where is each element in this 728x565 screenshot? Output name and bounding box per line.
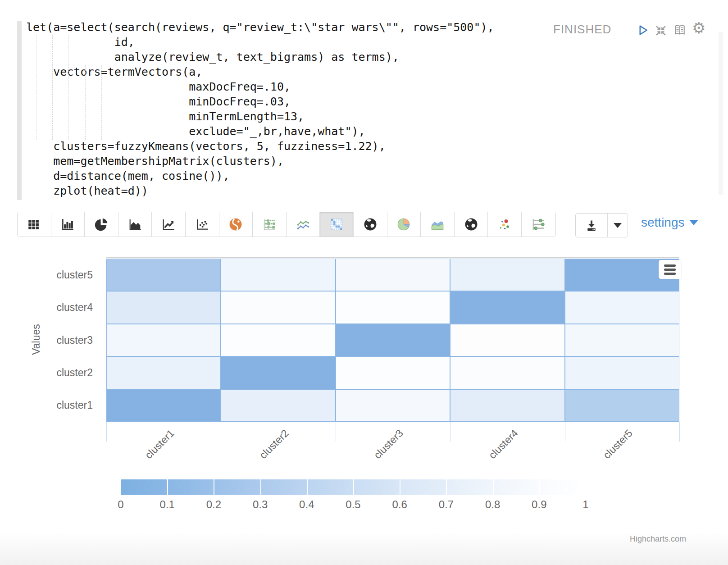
heatmap-cell-cluster4-cluster2[interactable]: [221, 291, 335, 324]
heatmap-cell-cluster4-cluster5[interactable]: [565, 291, 679, 324]
chart-type-heatmap[interactable]: [320, 212, 354, 237]
legend-divider: [167, 479, 168, 495]
heatmap-cell-cluster3-cluster3[interactable]: [336, 324, 450, 356]
heatmap-cell-cluster1-cluster3[interactable]: [336, 389, 450, 422]
settings-toggle[interactable]: settings: [641, 215, 698, 230]
code-line[interactable]: zplot(heat=d)): [26, 183, 494, 198]
globe-orange-icon: [228, 217, 243, 232]
code-line[interactable]: id,: [26, 35, 494, 50]
y-axis-label: cluster4: [43, 291, 93, 324]
indent-guide: [52, 35, 53, 140]
chart-type-area[interactable]: [118, 212, 152, 237]
code-line[interactable]: vectors=termVectors(a,: [26, 64, 494, 79]
settings-label: settings: [641, 215, 685, 230]
heatmap-cell-cluster2-cluster2[interactable]: [221, 356, 335, 389]
legend-divider: [493, 479, 494, 495]
chart-type-table[interactable]: [18, 212, 51, 237]
chevron-down-icon: [614, 223, 622, 228]
settings-gear-button[interactable]: ⚙: [692, 19, 705, 37]
legend-tick: 0.2: [206, 498, 221, 511]
code-line[interactable]: exclude="_,br,have,what"),: [26, 124, 494, 139]
legend-divider: [446, 479, 447, 495]
chart-type-area-colored[interactable]: [421, 212, 455, 237]
heatmap-icon: [329, 217, 344, 232]
heatmap-cell-cluster5-cluster4[interactable]: [450, 259, 564, 291]
globe-dark-icon: [464, 217, 479, 232]
heatmap-cell-cluster2-cluster1[interactable]: [106, 356, 221, 389]
multi-line-chart-icon: [296, 217, 311, 232]
indent-guide: [101, 65, 102, 140]
chart-type-line[interactable]: [152, 212, 186, 237]
code-line[interactable]: mem=getMembershipMatrix(clusters),: [26, 154, 494, 169]
code-line[interactable]: let(a=select(search(reviews, q="review_t…: [26, 20, 494, 35]
heatmap-cell-cluster5-cluster2[interactable]: [221, 259, 335, 291]
heatmap-cell-cluster3-cluster5[interactable]: [565, 324, 679, 356]
code-line[interactable]: maxDocFreq=.10,: [26, 79, 494, 94]
code-line[interactable]: clusters=fuzzyKmeans(vectors, 5, fuzzine…: [26, 139, 494, 154]
heatmap-cell-cluster3-cluster1[interactable]: [106, 324, 221, 356]
collapse-icon: [655, 24, 667, 37]
bubble-grid-icon: [262, 217, 277, 232]
code-editor[interactable]: let(a=select(search(reviews, q="review_t…: [26, 20, 494, 198]
chart-type-scatter-colored[interactable]: [488, 212, 522, 237]
play-icon: [636, 23, 650, 37]
editor-scrollbar[interactable]: [719, 32, 723, 195]
chart-type-pie-colored[interactable]: [387, 212, 421, 237]
pie-colored-icon: [396, 217, 411, 232]
heatmap-cell-cluster1-cluster2[interactable]: [221, 389, 335, 422]
zeppelin-paragraph: let(a=select(search(reviews, q="review_t…: [0, 0, 728, 565]
heatmap-cell-cluster1-cluster5[interactable]: [565, 389, 679, 422]
area-colored-icon: [430, 217, 445, 232]
code-line[interactable]: analyze(review_t, text_bigrams) as terms…: [26, 50, 494, 64]
heatmap-cell-cluster1-cluster4[interactable]: [450, 389, 564, 422]
code-line[interactable]: d=distance(mem, cosine()),: [26, 169, 494, 183]
legend-divider: [400, 479, 400, 495]
heatmap-cell-cluster5-cluster3[interactable]: [336, 259, 450, 291]
code-line[interactable]: minTermLength=13,: [26, 109, 494, 124]
heatmap-cell-cluster2-cluster4[interactable]: [450, 356, 564, 389]
legend-divider: [214, 479, 214, 495]
chart-type-multi-line[interactable]: [287, 212, 320, 237]
chart-type-globe-dark-2[interactable]: [455, 212, 488, 237]
x-axis-label: cluster2: [257, 427, 291, 461]
heatmap-cell-cluster4-cluster1[interactable]: [106, 291, 221, 324]
chart-type-bubble-grid[interactable]: [253, 212, 287, 237]
heatmap-cell-cluster4-cluster4[interactable]: [450, 291, 564, 324]
legend-divider: [539, 479, 540, 495]
indent-guide: [36, 35, 36, 140]
x-axis-label: cluster3: [372, 427, 406, 461]
chart-type-map[interactable]: [219, 212, 253, 237]
y-axis-label: cluster5: [43, 259, 93, 291]
color-axis-legend: [121, 479, 586, 495]
chart-type-pie[interactable]: [85, 212, 118, 237]
globe-dark-icon: [363, 217, 378, 232]
legend-divider: [260, 479, 261, 495]
editor-gutter: [17, 21, 22, 200]
line-chart-icon: [161, 217, 176, 232]
download-options-button[interactable]: [608, 214, 628, 237]
hamburger-icon: [664, 264, 676, 267]
chart-type-globe-dark[interactable]: [354, 212, 387, 237]
chart-type-parallel-coordinates[interactable]: [522, 212, 555, 237]
report-view-button[interactable]: [673, 23, 687, 39]
download-group: [575, 213, 628, 237]
run-button[interactable]: [636, 23, 650, 39]
heatmap-cell-cluster1-cluster1[interactable]: [106, 389, 221, 422]
pie-chart-icon: [94, 217, 109, 232]
x-axis-labels: cluster1cluster2cluster3cluster4cluster5: [106, 427, 679, 477]
heatmap-cell-cluster2-cluster5[interactable]: [565, 356, 679, 389]
heatmap-cell-cluster2-cluster3[interactable]: [336, 356, 450, 389]
paragraph-status: FINISHED: [553, 23, 611, 36]
legend-tick: 0.7: [439, 498, 454, 511]
collapse-button[interactable]: [655, 24, 667, 39]
chart-type-bar[interactable]: [51, 212, 85, 237]
heatmap-cell-cluster3-cluster4[interactable]: [450, 324, 564, 356]
chart-type-scatter[interactable]: [186, 212, 219, 237]
heatmap-cell-cluster3-cluster2[interactable]: [221, 324, 335, 356]
heatmap-cell-cluster4-cluster3[interactable]: [336, 291, 450, 324]
download-button[interactable]: [576, 214, 608, 237]
heatmap-cell-cluster5-cluster1[interactable]: [106, 259, 221, 291]
code-line[interactable]: minDocFreq=.03,: [26, 94, 494, 109]
legend-divider: [307, 479, 308, 495]
chart-context-menu-button[interactable]: [659, 260, 681, 279]
